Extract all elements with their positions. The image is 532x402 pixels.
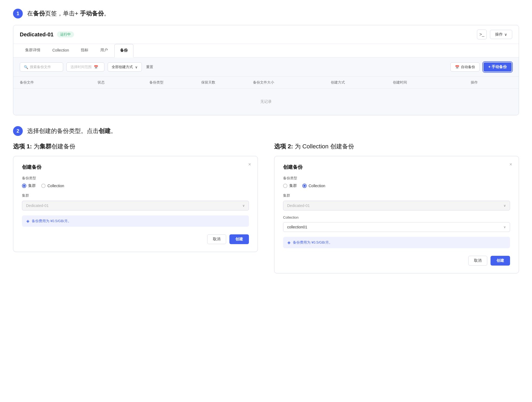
option2-modal: 创建备份 × 备份类型 集群 Collection 集群 Dedicated-0… bbox=[274, 156, 519, 273]
panel-title: Dedicated-01 bbox=[20, 31, 54, 38]
option2-collection-label: Collection bbox=[283, 215, 510, 219]
option2-collection-chevron-icon: ∨ bbox=[504, 225, 506, 229]
step1-row: 1 在备份页签，单击+ 手动备份。 bbox=[13, 9, 519, 18]
tab-users[interactable]: 用户 bbox=[95, 44, 113, 57]
option1-modal: 创建备份 × 备份类型 集群 Collection 集群 Dedicated-0… bbox=[13, 156, 258, 252]
radio2-cluster-dot bbox=[283, 184, 287, 188]
option1-cluster-chevron-icon: ∨ bbox=[242, 204, 245, 208]
col-creation-time: 创建时间 bbox=[393, 80, 471, 85]
filter-select[interactable]: 全部创建方式 ∨ bbox=[108, 62, 142, 72]
option1-cluster-select: Dedicated-01 ∨ bbox=[22, 201, 249, 210]
option1-info-box: ◈ 备份费用为 ¥0.5/GB/月。 bbox=[22, 215, 249, 227]
option2-footer: 取消 创建 bbox=[283, 256, 510, 266]
status-badge: 运行中 bbox=[57, 31, 74, 37]
option2-info-box: ◈ 备份费用为 ¥0.5/GB/月。 bbox=[283, 237, 510, 248]
toolbar: 🔍 搜索备份文件 选择时间范围 📅 全部创建方式 ∨ 重置 📅 自动备份 + 手… bbox=[13, 58, 519, 77]
step2-text: 选择创建的备份类型。点击创建。 bbox=[27, 127, 117, 135]
option2-create-button[interactable]: 创建 bbox=[491, 256, 510, 266]
option1-radio-collection[interactable]: Collection bbox=[41, 184, 64, 188]
option1-radio-cluster[interactable]: 集群 bbox=[22, 183, 36, 188]
option1-footer: 取消 创建 bbox=[22, 234, 249, 244]
option1-title: 选项 1: 为集群创建备份 bbox=[13, 142, 258, 151]
option2-modal-title: 创建备份 bbox=[283, 164, 510, 170]
tab-collection[interactable]: Collection bbox=[47, 44, 74, 57]
filter-chevron-icon: ∨ bbox=[135, 65, 138, 69]
radio2-collection-dot bbox=[302, 184, 307, 188]
col-backup-file: 备份文件 bbox=[20, 80, 98, 85]
toolbar-right: 📅 自动备份 + 手动备份 bbox=[450, 62, 512, 72]
option1-info-text: 备份费用为 ¥0.5/GB/月。 bbox=[32, 219, 71, 224]
reset-button[interactable]: 重置 bbox=[145, 63, 154, 71]
step2-row: 2 选择创建的备份类型。点击创建。 bbox=[13, 126, 519, 136]
option2-collection-select[interactable]: collection01 ∨ bbox=[283, 222, 510, 232]
option2-cluster-label: 集群 bbox=[283, 193, 510, 198]
option1-backup-type-label: 备份类型 bbox=[22, 176, 249, 181]
tab-cluster-detail[interactable]: 集群详情 bbox=[20, 44, 46, 57]
filter-label: 全部创建方式 bbox=[112, 65, 133, 69]
col-retention-days: 保留天数 bbox=[201, 80, 253, 85]
terminal-icon-btn[interactable]: >_ bbox=[477, 30, 487, 39]
option2-radio-cluster[interactable]: 集群 bbox=[283, 183, 297, 188]
col-action: 操作 bbox=[471, 80, 512, 85]
date-picker[interactable]: 选择时间范围 📅 bbox=[66, 62, 104, 72]
option1-radio-row: 集群 Collection bbox=[22, 183, 249, 188]
option1-modal-title: 创建备份 bbox=[22, 164, 249, 170]
option2-cluster-select: Dedicated-01 ∨ bbox=[283, 201, 510, 210]
info-icon: ◈ bbox=[26, 219, 30, 224]
search-box[interactable]: 🔍 搜索备份文件 bbox=[20, 62, 63, 72]
panel-title-area: Dedicated-01 运行中 bbox=[20, 31, 74, 38]
tab-metrics[interactable]: 指标 bbox=[75, 44, 94, 57]
step2-circle: 2 bbox=[13, 126, 23, 136]
search-icon: 🔍 bbox=[24, 65, 28, 69]
option2-radio-collection[interactable]: Collection bbox=[302, 184, 325, 188]
calendar-icon: 📅 bbox=[94, 65, 98, 69]
cluster-panel: Dedicated-01 运行中 >_ 操作 ∨ 集群详情 Collection… bbox=[13, 25, 519, 115]
option2-backup-type-label: 备份类型 bbox=[283, 176, 510, 181]
option2-radio-row: 集群 Collection bbox=[283, 183, 510, 188]
option1-cancel-button[interactable]: 取消 bbox=[207, 234, 226, 244]
tab-bar: 集群详情 Collection 指标 用户 备份 bbox=[13, 44, 519, 58]
option2-title: 选项 2: 为 Collection 创建备份 bbox=[274, 142, 519, 151]
option1-close-icon[interactable]: × bbox=[248, 162, 251, 167]
option1-create-button[interactable]: 创建 bbox=[229, 234, 249, 244]
col-status: 状态 bbox=[98, 80, 149, 85]
auto-backup-button[interactable]: 📅 自动备份 bbox=[450, 62, 480, 72]
option2-container: 选项 2: 为 Collection 创建备份 创建备份 × 备份类型 集群 C… bbox=[274, 142, 519, 273]
radio-collection-dot bbox=[41, 184, 46, 188]
options-row: 选项 1: 为集群创建备份 创建备份 × 备份类型 集群 Collection … bbox=[13, 142, 519, 273]
option1-container: 选项 1: 为集群创建备份 创建备份 × 备份类型 集群 Collection … bbox=[13, 142, 258, 273]
search-placeholder: 搜索备份文件 bbox=[30, 65, 51, 69]
panel-header: Dedicated-01 运行中 >_ 操作 ∨ bbox=[13, 25, 519, 44]
option1-cluster-label: 集群 bbox=[22, 193, 249, 198]
manual-backup-button[interactable]: + 手动备份 bbox=[483, 62, 512, 72]
table-header: 备份文件 状态 备份类型 保留天数 备份文件大小 创建方式 创建时间 操作 bbox=[13, 77, 519, 88]
calendar-small-icon: 📅 bbox=[455, 65, 459, 69]
radio-cluster-dot bbox=[22, 184, 26, 188]
step1-text: 在备份页签，单击+ 手动备份。 bbox=[27, 9, 110, 18]
col-creation-method: 创建方式 bbox=[331, 80, 393, 85]
col-backup-type: 备份类型 bbox=[149, 80, 201, 85]
option2-cluster-chevron-icon: ∨ bbox=[504, 204, 506, 208]
option2-close-icon[interactable]: × bbox=[509, 162, 512, 167]
date-placeholder: 选择时间范围 bbox=[70, 65, 92, 69]
option2-cancel-button[interactable]: 取消 bbox=[468, 256, 487, 266]
col-backup-size: 备份文件大小 bbox=[253, 80, 331, 85]
step1-circle: 1 bbox=[13, 9, 23, 18]
empty-text: 无记录 bbox=[260, 99, 272, 104]
table-empty-state: 无记录 bbox=[13, 88, 519, 115]
info2-icon: ◈ bbox=[287, 240, 291, 245]
action-button[interactable]: 操作 ∨ bbox=[490, 30, 512, 39]
option2-info-text: 备份费用为 ¥0.5/GB/月。 bbox=[293, 240, 332, 245]
tab-backup[interactable]: 备份 bbox=[114, 44, 133, 58]
panel-actions: >_ 操作 ∨ bbox=[477, 30, 512, 39]
